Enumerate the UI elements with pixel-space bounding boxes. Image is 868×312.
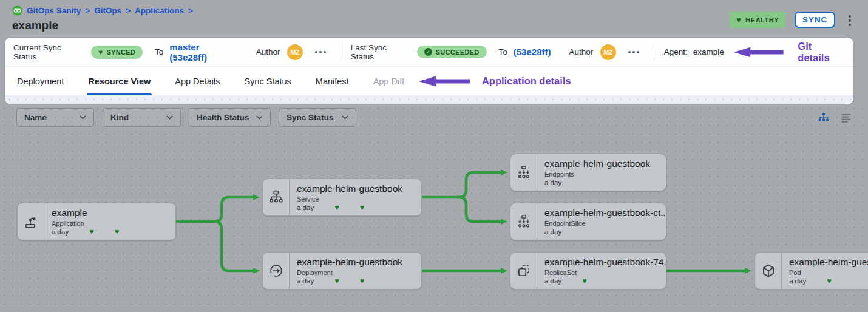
node-title: example <box>52 208 120 219</box>
breadcrumb-item-applications[interactable]: Applications <box>135 6 184 15</box>
node-kind: Application <box>52 220 120 227</box>
tabs-bar: Deployment Resource View App Details Syn… <box>5 67 853 95</box>
card-footer-strip <box>5 95 853 104</box>
resource-node-service[interactable]: example-helm-guestbook Service a day ♥♥ <box>262 178 422 216</box>
heart-icon: ♥ <box>98 48 103 56</box>
node-health-hearts: ♥ <box>827 278 832 284</box>
filter-kind-dropdown[interactable]: Kind <box>103 108 181 127</box>
git-details-annotation-text: Git details <box>798 41 845 64</box>
tab-sync-status[interactable]: Sync Status <box>232 67 303 95</box>
divider <box>654 44 654 60</box>
node-health-hearts: ♥ <box>582 278 587 284</box>
resource-node-pod[interactable]: example-helm-guest Pod a day ♥ <box>754 252 868 290</box>
service-icon <box>263 179 290 215</box>
node-title: example-helm-guestbook-ct... <box>544 208 660 219</box>
health-badge-label: HEALTHY <box>745 16 779 24</box>
heart-icon: ♥ <box>736 15 741 24</box>
heart-icon: ♥ <box>360 278 365 284</box>
breadcrumb-item-gitops-sanity[interactable]: GitOps Sanity <box>27 6 81 15</box>
tab-app-details[interactable]: App Details <box>163 67 232 95</box>
synced-badge-label: SYNCED <box>106 49 135 56</box>
tab-deployment[interactable]: Deployment <box>5 67 76 95</box>
node-kind: Service <box>297 195 402 203</box>
author-avatar: MZ <box>600 44 615 60</box>
node-kind: EndpointSlice <box>544 220 660 227</box>
node-age: a day <box>297 277 314 285</box>
node-age: a day <box>544 228 561 236</box>
node-kind: Deployment <box>297 269 402 276</box>
node-title: example-helm-guestbook <box>544 158 650 169</box>
agent-label: Agent: <box>664 47 688 56</box>
node-title: example-helm-guestbook <box>297 257 402 268</box>
tab-resource-view[interactable]: Resource View <box>76 67 163 95</box>
endpointslice-icon <box>510 203 537 240</box>
resource-node-deployment[interactable]: example-helm-guestbook Deployment a day … <box>262 252 422 290</box>
resource-node-application[interactable]: example Application a day ♥♥ <box>17 203 176 240</box>
filter-name-dropdown[interactable]: Name <box>16 108 94 127</box>
last-revision-link[interactable]: (53e28ff) <box>514 47 551 57</box>
deployment-icon <box>263 253 290 289</box>
node-age: a day <box>52 228 69 236</box>
gitops-app-page: { "icons": { "heart": "♥", "check": "✓" … <box>0 0 868 312</box>
tree-view-icon <box>818 112 830 124</box>
health-status-badge: ♥ HEALTHY <box>730 12 785 28</box>
more-options-icon[interactable] <box>314 49 327 56</box>
chevron-down-icon <box>166 115 173 120</box>
node-kind: ReplicaSet <box>544 269 660 276</box>
page-title: example <box>12 19 58 32</box>
resource-node-endpointslice[interactable]: example-helm-guestbook-ct... EndpointSli… <box>510 203 666 240</box>
application-details-annotation-text: Application details <box>482 75 571 87</box>
to-label: To <box>499 47 507 56</box>
agent-value: example <box>693 47 724 56</box>
replicaset-icon <box>510 253 537 289</box>
app-header-card: Current Sync Status ♥ SYNCED To master (… <box>5 38 853 104</box>
heart-icon: ♥ <box>89 229 94 235</box>
author-label: Author <box>569 47 593 56</box>
arrow-left-icon <box>733 46 785 59</box>
more-options-icon[interactable] <box>627 49 640 56</box>
resource-tree-canvas: Name Kind Health Status Sync Status <box>0 104 868 312</box>
filter-health-status-dropdown[interactable]: Health Status <box>189 108 271 127</box>
chevron-down-icon <box>342 115 348 120</box>
node-health-hearts: ♥♥ <box>89 229 119 235</box>
node-kind: Endpoints <box>544 171 650 178</box>
check-circle-icon: ✓ <box>424 48 432 56</box>
gitops-logo-icon <box>12 5 22 16</box>
node-title: example-helm-guestbook-74... <box>544 257 660 268</box>
tab-app-diff[interactable]: App Diff <box>361 67 416 95</box>
succeeded-badge-label: SUCCEEDED <box>436 49 480 56</box>
filter-name-label: Name <box>24 113 47 122</box>
resource-node-replicaset[interactable]: example-helm-guestbook-74... ReplicaSet … <box>510 252 666 290</box>
author-label: Author <box>256 47 280 56</box>
application-details-annotation: Application details <box>418 67 571 95</box>
application-icon <box>18 203 44 240</box>
heart-icon: ♥ <box>334 278 339 284</box>
list-view-icon <box>840 112 852 124</box>
filter-kind-label: Kind <box>110 113 129 122</box>
last-sync-status-label: Last Sync Status <box>351 43 411 61</box>
breadcrumb-separator: > <box>188 6 193 15</box>
resource-node-endpoints[interactable]: example-helm-guestbook Endpoints a day <box>510 154 666 191</box>
breadcrumb-item-gitops[interactable]: GitOps <box>94 6 121 15</box>
sync-button[interactable]: SYNC <box>795 12 835 28</box>
tree-view-toggle[interactable] <box>817 111 830 124</box>
node-kind: Pod <box>789 269 868 276</box>
filter-sync-status-label: Sync Status <box>287 113 333 122</box>
divider <box>341 44 341 60</box>
kebab-menu-icon[interactable] <box>847 14 852 27</box>
node-title: example-helm-guest <box>789 257 868 268</box>
current-sync-status-label: Current Sync Status <box>13 43 85 61</box>
filter-sync-status-dropdown[interactable]: Sync Status <box>279 108 356 127</box>
heart-icon: ♥ <box>582 278 587 284</box>
node-age: a day <box>544 277 561 285</box>
list-view-toggle[interactable] <box>839 111 853 124</box>
tab-manifest[interactable]: Manifest <box>303 67 361 95</box>
filter-health-status-label: Health Status <box>197 113 249 122</box>
heart-icon: ♥ <box>827 278 832 284</box>
heart-icon: ♥ <box>360 205 365 211</box>
to-label: To <box>155 47 163 56</box>
chevron-down-icon <box>80 115 86 120</box>
git-details-annotation: Git details <box>733 41 845 64</box>
current-revision-link[interactable]: master (53e28ff) <box>169 42 237 63</box>
synced-badge: ♥ SYNCED <box>91 46 143 59</box>
